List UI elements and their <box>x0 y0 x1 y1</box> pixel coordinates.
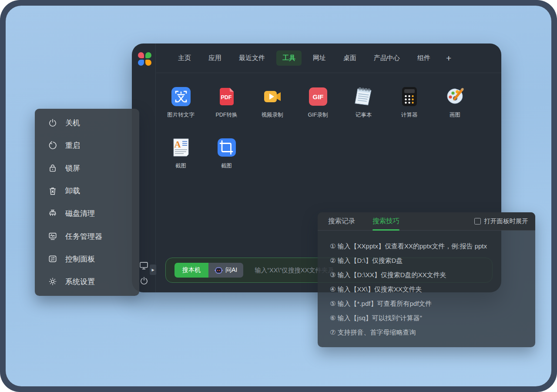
menu-label: 系统设置 <box>65 277 95 287</box>
pdf-icon: PDF <box>215 85 238 108</box>
svg-text:PDF: PDF <box>221 94 232 101</box>
tips-panel-header: 搜索记录 搜索技巧 打开面板时展开 <box>318 212 535 231</box>
menu-item-uninstall[interactable]: 卸载 <box>35 180 139 202</box>
tool-label: 计算器 <box>401 111 418 119</box>
gif-record-icon: GIF <box>307 85 329 108</box>
tool-label: 视频录制 <box>262 111 283 119</box>
uninstall-icon <box>48 186 57 196</box>
robot-icon <box>215 267 223 274</box>
svg-text:GIF: GIF <box>312 93 323 101</box>
tool-label: 画图 <box>450 111 460 119</box>
tool-paint[interactable]: 画图 <box>432 85 478 124</box>
paint-icon <box>444 85 466 108</box>
tab-product-center[interactable]: 产品中心 <box>368 50 406 66</box>
expand-arrow-button[interactable]: ▶ <box>150 265 156 275</box>
tip-item: ⑤ 输入【*.pdf】可查看所有pdf文件 <box>330 296 527 311</box>
tip-item: ⑦ 支持拼音、首字母缩略查询 <box>330 325 527 339</box>
ask-ai-label: 问AI <box>225 266 237 274</box>
tab-tools[interactable]: 工具 <box>276 50 302 66</box>
logo-petal-orange <box>145 60 151 66</box>
tool-label: 截图 <box>175 162 186 170</box>
settings-icon <box>48 277 57 286</box>
checkbox-icon[interactable] <box>474 218 481 224</box>
tool-pdf-convert[interactable]: PDF PDF转换 <box>204 85 249 124</box>
lock-icon <box>48 163 57 173</box>
menu-item-control-panel[interactable]: 控制面板 <box>35 248 139 270</box>
tool-capture-crop[interactable]: 截图 <box>204 136 249 175</box>
menu-item-restart[interactable]: 重启 <box>35 134 139 157</box>
menu-label: 控制面板 <box>65 254 95 264</box>
tool-label: PDF转换 <box>216 111 238 119</box>
disk-clean-icon <box>48 209 57 218</box>
screen-frame: ▶ 主页 应用 最近文件 工具 网址 桌面 产品中心 组件 + <box>0 0 557 392</box>
control-panel-icon <box>48 254 57 264</box>
tab-apps[interactable]: 应用 <box>202 50 228 66</box>
tool-label: GIF录制 <box>308 111 328 119</box>
tab-home[interactable]: 主页 <box>172 50 197 66</box>
menu-item-disk-cleanup[interactable]: 磁盘清理 <box>35 202 139 225</box>
menu-label: 磁盘清理 <box>65 208 95 218</box>
search-tips-panel: 搜索记录 搜索技巧 打开面板时展开 ① 输入【XXpptx】仅查看XX的pptx… <box>318 212 535 347</box>
menu-label: 卸载 <box>65 186 80 196</box>
tool-ocr[interactable]: 图片转文字 <box>158 85 204 124</box>
power-icon <box>48 118 57 127</box>
search-mode-switch: 搜本机 问AI <box>174 263 243 278</box>
tool-capture-wordpad[interactable]: A 截图 <box>158 136 204 175</box>
tab-search-tips[interactable]: 搜索技巧 <box>372 212 399 231</box>
tab-urls[interactable]: 网址 <box>307 50 332 66</box>
task-manager-icon <box>48 231 57 241</box>
menu-label: 关机 <box>65 118 80 128</box>
checkbox-label: 打开面板时展开 <box>484 217 529 225</box>
expand-on-open-toggle[interactable]: 打开面板时展开 <box>474 217 529 225</box>
tab-recent-files[interactable]: 最近文件 <box>233 50 271 66</box>
tab-bar: 主页 应用 最近文件 工具 网址 桌面 产品中心 组件 + <box>156 44 501 73</box>
tip-item: ② 输入【D:\】仅搜索D盘 <box>330 253 527 268</box>
tools-grid: 图片转文字 PDF PDF转换 <box>158 85 478 175</box>
menu-item-shutdown[interactable]: 关机 <box>35 111 139 134</box>
menu-item-system-settings[interactable]: 系统设置 <box>35 270 139 293</box>
tip-item: ① 输入【XXpptx】仅查看XX的pptx文件，例:报告 pptx <box>330 239 527 253</box>
wordpad-icon: A <box>170 136 192 159</box>
tab-search-history[interactable]: 搜索记录 <box>328 212 355 231</box>
tool-label: 截图 <box>221 162 232 170</box>
tool-notepad[interactable]: 记事本 <box>341 85 386 124</box>
monitor-icon[interactable] <box>139 261 149 270</box>
menu-label: 重启 <box>65 141 80 151</box>
logo-petal-green <box>145 52 151 58</box>
tip-item: ③ 输入【D:\XX】仅搜索D盘的XX文件夹 <box>330 268 527 282</box>
menu-label: 锁屏 <box>65 163 80 173</box>
tool-label: 图片转文字 <box>167 111 195 119</box>
notepad-icon <box>352 85 375 108</box>
ocr-icon <box>170 85 192 108</box>
power-corner-icon[interactable] <box>139 276 149 285</box>
menu-label: 任务管理器 <box>65 231 102 241</box>
tool-calculator[interactable]: 计算器 <box>386 85 432 124</box>
tips-list: ① 输入【XXpptx】仅查看XX的pptx文件，例:报告 pptx ② 输入【… <box>318 231 535 339</box>
tab-desktop[interactable]: 桌面 <box>337 50 362 66</box>
video-record-icon <box>261 85 284 108</box>
power-context-menu: 关机 重启 锁屏 <box>35 109 139 296</box>
menu-item-task-manager[interactable]: 任务管理器 <box>35 225 139 248</box>
tool-gif-record[interactable]: GIF GIF录制 <box>295 85 341 124</box>
add-tab-button[interactable]: + <box>442 52 456 64</box>
logo-petal-red <box>138 52 144 58</box>
crop-icon <box>215 136 238 159</box>
tool-label: 记事本 <box>356 111 372 119</box>
logo-petal-blue <box>138 60 144 66</box>
calculator-icon <box>398 85 421 108</box>
svg-text:A: A <box>174 139 181 150</box>
tool-video-record[interactable]: 视频录制 <box>249 85 295 124</box>
ask-ai-button[interactable]: 问AI <box>208 263 243 278</box>
app-logo-icon[interactable] <box>138 52 151 66</box>
restart-icon <box>48 141 57 150</box>
tab-widgets[interactable]: 组件 <box>411 50 436 66</box>
tip-item: ⑥ 输入【jsq】可以找到“计算器” <box>330 311 527 325</box>
search-local-button[interactable]: 搜本机 <box>174 263 208 278</box>
tip-item: ④ 输入【XX\】仅搜索XX文件夹 <box>330 282 527 296</box>
menu-item-lock-screen[interactable]: 锁屏 <box>35 157 139 179</box>
